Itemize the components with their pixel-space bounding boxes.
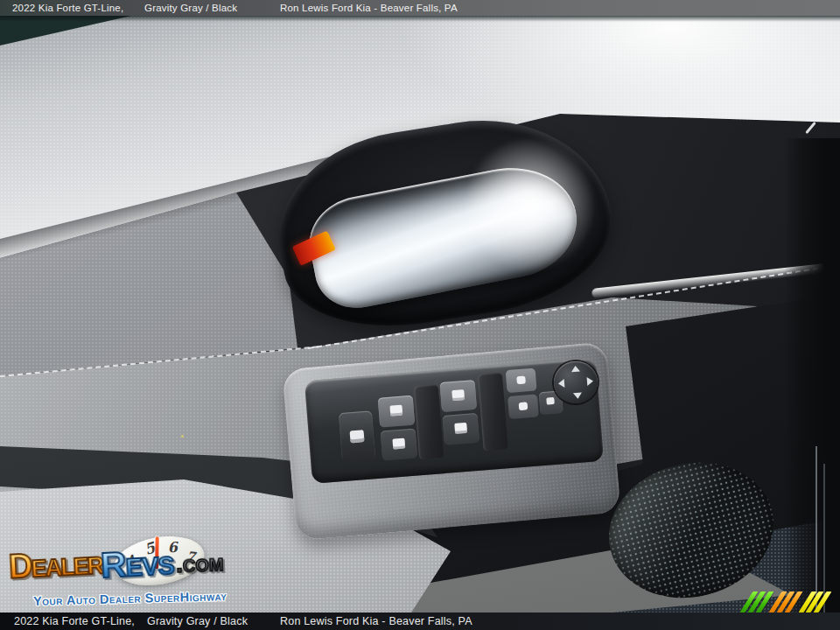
reflection-mark [805, 122, 816, 134]
switch-divider [478, 373, 508, 452]
pillar-highlight-line [823, 464, 825, 612]
window-lock-button [339, 410, 375, 462]
arrow-up-icon [570, 366, 580, 373]
dealerrevs-watermark: 4 5 6 7 DealerRevs.com Your Auto Dealer … [9, 525, 280, 612]
brand-tld-text: .com [175, 550, 223, 577]
window-icon [516, 375, 526, 384]
window-sill-edge [0, 16, 840, 22]
brand-revs-text: Revs [100, 544, 175, 584]
arrow-down-icon [573, 392, 583, 399]
mirror-fold-icon [546, 397, 555, 405]
window-icon [454, 423, 467, 434]
dealerrevs-wordmark: DealerRevs.com [9, 546, 223, 582]
door-panel-photo: 4 5 6 7 DealerRevs.com Your Auto Dealer … [0, 16, 840, 612]
arrow-left-icon [558, 379, 565, 388]
window-icon [392, 438, 405, 450]
vehicle-title: 2022 Kia Forte GT-Line, [12, 2, 123, 14]
color-trim-label: Gravity Gray / Black [147, 615, 248, 627]
window-switch-down [381, 429, 418, 461]
window-icon [519, 402, 528, 410]
dealer-name: Ron Lewis Ford Kia - Beaver Falls, PA [280, 615, 472, 627]
window-switch-up [440, 380, 478, 412]
window-icon [452, 389, 465, 401]
vehicle-photo-page: 2022 Kia Forte GT-Line, Gravity Gray / B… [0, 0, 840, 630]
window-switch-up [506, 368, 537, 394]
door-rear-edge [784, 138, 840, 612]
window-switch-far [506, 368, 540, 424]
top-caption-bar: 2022 Kia Forte GT-Line, Gravity Gray / B… [0, 0, 840, 16]
dust-speck [181, 435, 184, 438]
bottom-caption-bar: 2022 Kia Forte GT-Line, Gravity Gray / B… [0, 612, 840, 630]
dealer-name: Ron Lewis Ford Kia - Beaver Falls, PA [280, 2, 458, 14]
window-switch-up [378, 396, 416, 428]
handle-highlight [455, 128, 606, 283]
watermark-tagline: Your Auto Dealer SuperHighway [33, 589, 228, 608]
window-switch-down [508, 394, 539, 419]
hazard-stripe-badge [746, 592, 825, 612]
brand-dealer-text: Dealer [8, 545, 103, 584]
window-switch-rear [440, 380, 480, 449]
switch-divider [414, 384, 444, 459]
arrow-right-icon [587, 376, 594, 386]
color-trim-label: Gravity Gray / Black [144, 2, 237, 14]
pillar-highlight-line [816, 446, 817, 612]
window-lock-icon [350, 430, 365, 443]
window-switch-front [378, 396, 418, 465]
vehicle-title: 2022 Kia Forte GT-Line, [14, 615, 135, 627]
window-switch-down [442, 413, 480, 445]
window-icon [389, 405, 402, 416]
